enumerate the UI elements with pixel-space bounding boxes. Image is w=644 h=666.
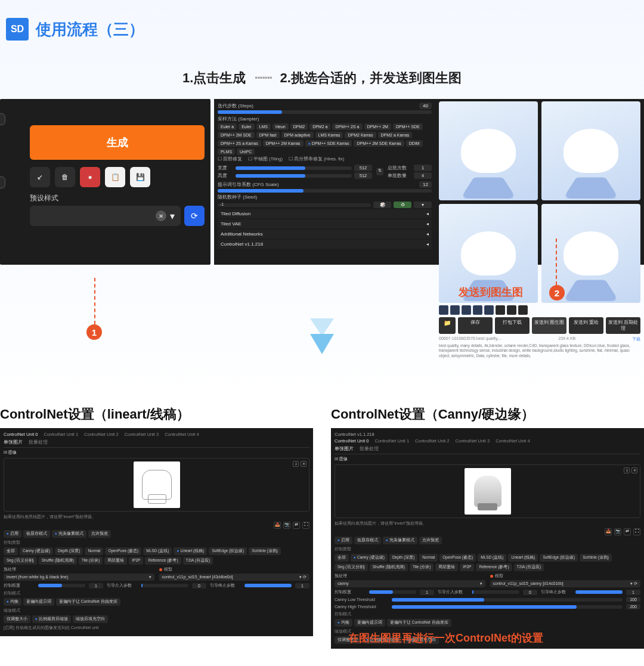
facefix-checkbox[interactable]: ☐ 面部修复 xyxy=(218,156,242,162)
cn-subtab-batch[interactable]: 批量处理 xyxy=(360,446,379,452)
cn-type[interactable]: OpenPose (姿态) xyxy=(439,554,476,562)
swap-icon[interactable]: ⇄ xyxy=(293,522,300,529)
cn-tab-0[interactable]: ControlNet Unit 0 xyxy=(4,432,38,437)
width-value[interactable]: 512 xyxy=(354,165,372,171)
thumb[interactable] xyxy=(450,305,460,315)
save-icon[interactable]: 💾 xyxy=(130,167,150,187)
preset-select[interactable]: ✕ ▾ xyxy=(30,206,181,226)
accordion-tiled-vae[interactable]: Tiled VAE◂ xyxy=(218,219,432,228)
sampler-chip[interactable]: DPM++ 2M xyxy=(364,123,391,130)
thumb[interactable] xyxy=(518,305,528,315)
thumb[interactable] xyxy=(484,305,494,315)
accordion-additional-networks[interactable]: Additional Networks◂ xyxy=(218,230,432,238)
cn-type[interactable]: 全部 xyxy=(335,554,349,562)
cn-type[interactable]: IP2P xyxy=(460,563,474,571)
thumb[interactable] xyxy=(439,305,448,315)
thumb[interactable] xyxy=(462,305,471,315)
cn-type[interactable]: Canny (硬边缘) xyxy=(20,547,53,555)
webcam-icon[interactable]: 📷 xyxy=(614,528,621,535)
recycle-icon[interactable]: ♻ xyxy=(394,202,411,208)
cn-loopback-checkbox[interactable]: [启用] 自动将生成后的图像发送到此 ControlNet unit xyxy=(4,625,309,631)
refresh-button[interactable]: ⟳ xyxy=(184,206,205,226)
cn-pixelperfect-checkbox[interactable]: 完美像素模式 xyxy=(383,537,417,544)
sampler-chip[interactable]: PLMS xyxy=(218,148,235,155)
canny-high-slider[interactable] xyxy=(392,605,623,609)
output-image-1[interactable] xyxy=(439,101,538,200)
cn-mode[interactable]: 均衡 xyxy=(4,598,21,606)
steps-slider[interactable] xyxy=(218,110,432,114)
sampler-chip[interactable]: DPM2 a xyxy=(309,123,330,130)
cn-preproc-select[interactable]: invert (from white bg & black line)▾ xyxy=(4,574,154,581)
sampler-chip[interactable]: DPM++ 2M SDE Karras xyxy=(354,140,404,147)
cn-lowvram-checkbox[interactable]: 低显存模式 xyxy=(354,537,381,544)
cn-type[interactable]: 局部重绘 xyxy=(104,557,127,565)
sampler-chip[interactable]: DPM fast xyxy=(256,132,280,138)
cn-weight-value[interactable]: 1 xyxy=(420,590,434,595)
cn-model-select[interactable]: control_v11p_sd15_lineart [43d4be0d]▾ ⟳ xyxy=(159,574,310,581)
sampler-chip[interactable]: DPM++ 2M Karras xyxy=(263,140,304,147)
close-icon[interactable]: ✕ xyxy=(301,461,306,467)
cn-image-drop[interactable]: ⇩✕ xyxy=(4,458,309,512)
sampler-chip[interactable]: UniPC xyxy=(237,148,255,155)
sampler-chip[interactable]: Euler a xyxy=(218,123,237,130)
cn-image-drop[interactable]: ⇩✕ xyxy=(335,464,640,518)
cn-tab-2[interactable]: ControlNet Unit 2 xyxy=(415,438,450,444)
cn-resize[interactable]: 仅调整大小 xyxy=(4,615,30,623)
cn-mode[interactable]: 更偏向提示词 xyxy=(354,619,385,627)
cn-mode[interactable]: 更偏向于让 ControlNet 自由发挥 xyxy=(387,619,451,627)
thumb[interactable] xyxy=(473,305,482,315)
cn-mode[interactable]: 更偏向于让 ControlNet 自由发挥 xyxy=(56,598,120,606)
arrow-icon[interactable]: ↙ xyxy=(30,167,50,187)
cn-type[interactable]: Scribble (涂鸦) xyxy=(249,547,281,555)
cn-tab-2[interactable]: ControlNet Unit 2 xyxy=(84,432,119,437)
save-button[interactable]: 保存 xyxy=(458,317,493,334)
steps-value[interactable]: 40 xyxy=(419,103,432,109)
cn-mode[interactable]: 均衡 xyxy=(335,619,352,627)
cn-start-slider[interactable] xyxy=(472,590,519,594)
cn-type[interactable]: Depth (深度) xyxy=(389,554,417,562)
cn-tab-4[interactable]: ControlNet Unit 4 xyxy=(496,438,530,444)
batch-count-value[interactable]: 1 xyxy=(414,165,432,171)
sampler-chip[interactable]: LMS xyxy=(256,123,271,130)
cn-end-slider[interactable] xyxy=(575,590,623,594)
cn-lowvram-checkbox[interactable]: 低显存模式 xyxy=(23,530,50,538)
close-icon[interactable]: ✕ xyxy=(631,467,637,473)
cn-type[interactable]: 全部 xyxy=(4,547,18,555)
cn-type[interactable]: SoftEdge (软边缘) xyxy=(209,547,247,555)
cn-type[interactable]: Normal xyxy=(85,547,103,555)
cn-tab-4[interactable]: ControlNet Unit 4 xyxy=(165,432,199,437)
sampler-chip[interactable]: DPM++ SDE xyxy=(393,123,423,130)
cn-type[interactable]: OpenPose (姿态) xyxy=(105,547,141,555)
zip-button[interactable]: 打包下载 xyxy=(495,317,530,334)
cn-preview-checkbox[interactable]: 允许预览 xyxy=(88,530,111,538)
record-icon[interactable]: ● xyxy=(80,167,100,187)
cn-resize[interactable]: 缩放后填充空白 xyxy=(73,615,108,623)
cn-start-value[interactable]: 0 xyxy=(523,590,537,595)
download-icon[interactable]: ⇩ xyxy=(624,467,630,473)
cn-type-selected[interactable]: Lineart (线稿) xyxy=(174,547,207,555)
cn-start-slider[interactable] xyxy=(141,584,188,587)
cn-start-value[interactable]: 0 xyxy=(192,583,206,588)
sampler-chip[interactable]: DPM2 Karras xyxy=(345,132,376,138)
cn-type[interactable]: 局部重绘 xyxy=(435,563,458,571)
cn-type[interactable]: Tile (分块) xyxy=(410,563,434,571)
swap-icon[interactable]: ⇄ xyxy=(624,528,631,535)
sampler-chip[interactable]: DPM++ 2S a Karras xyxy=(218,140,261,147)
thumb[interactable] xyxy=(496,305,505,315)
send-extras-button[interactable]: 发送到 后期处理 xyxy=(606,317,640,334)
trash-icon[interactable]: 🗑 xyxy=(55,167,75,187)
batch-size-value[interactable]: 4 xyxy=(414,172,432,179)
height-value[interactable]: 512 xyxy=(354,172,372,179)
cn-end-value[interactable]: 1 xyxy=(626,590,640,595)
cn-end-value[interactable]: 1 xyxy=(295,583,309,588)
thumb[interactable] xyxy=(507,305,516,315)
hires-checkbox[interactable]: ☐ 高分辨率修复 (Hires. fix) xyxy=(289,156,344,162)
cn-subtab-single[interactable]: 单张图片 xyxy=(4,439,23,445)
cn-tab-0[interactable]: ControlNet Unit 0 xyxy=(335,438,369,444)
tiling-checkbox[interactable]: ☐ 平铺图 (Tiling) xyxy=(248,156,283,162)
dice-icon[interactable]: 🎲 xyxy=(373,202,391,208)
cn-end-slider[interactable] xyxy=(244,584,292,587)
send-icon[interactable]: 📤 xyxy=(605,528,612,535)
seed-input[interactable]: -1 xyxy=(218,203,371,207)
cn-type[interactable]: Shuffle (随机洗牌) xyxy=(39,557,77,565)
